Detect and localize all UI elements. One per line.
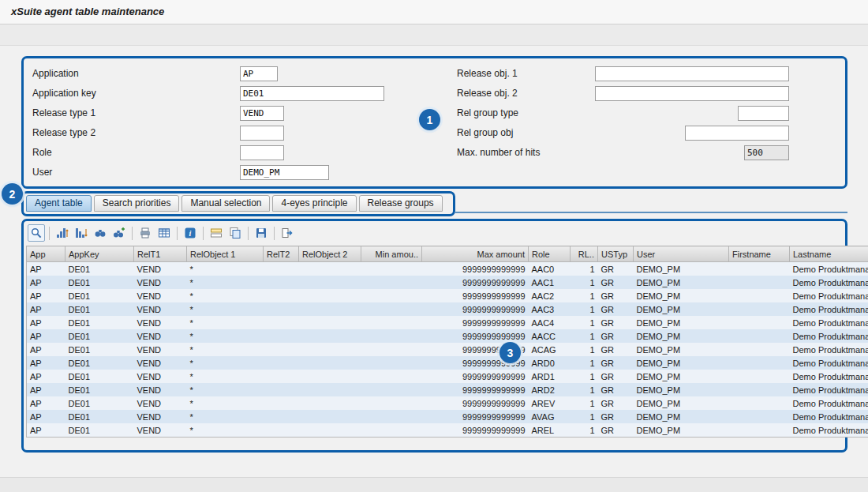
cell-app: AP <box>27 316 65 329</box>
column-header-lastname[interactable]: Lastname <box>790 246 868 262</box>
cell-ustyp: GR <box>598 316 634 329</box>
search-icon[interactable] <box>28 224 45 242</box>
tab-release-groups[interactable]: Release groups <box>359 195 443 212</box>
cell-relt1: VEND <box>134 262 187 276</box>
cell-app: AP <box>27 383 65 396</box>
sort-descending-icon[interactable] <box>73 224 90 242</box>
tab-panel: Agent tableSearch prioritiesManual selec… <box>21 191 455 216</box>
cell-user: DEMO_PM <box>634 396 729 410</box>
toolbar-separator <box>248 227 249 240</box>
cell-min-amou <box>361 356 422 370</box>
cell-user: DEMO_PM <box>634 276 729 289</box>
column-header-max-amount[interactable]: Max amount <box>422 246 529 262</box>
insert-row-icon[interactable] <box>208 224 225 242</box>
cell-relt1: VEND <box>134 329 187 343</box>
rel-group-obj-input[interactable] <box>685 126 789 141</box>
agent-table-panel: i AppAppKeyRelT1RelObject 1RelT2RelObjec… <box>21 219 847 453</box>
cell-user: DEMO_PM <box>634 302 729 316</box>
tab-manual-selection[interactable]: Manual selection <box>181 195 270 212</box>
cell-firstname <box>729 316 790 329</box>
release-obj-2-input[interactable] <box>595 86 789 101</box>
find-icon[interactable] <box>92 224 109 242</box>
rel-group-type-input[interactable] <box>738 106 789 121</box>
cell-rl: 1 <box>571 370 598 383</box>
cell-relobject-2 <box>299 302 361 316</box>
cell-appkey: DE01 <box>65 356 134 370</box>
cell-lastname: Demo Produktmanage.. <box>790 356 868 370</box>
cell-app: AP <box>27 356 65 370</box>
column-header-relobject-2[interactable]: RelObject 2 <box>299 246 361 262</box>
release-obj-1-input[interactable] <box>595 66 789 81</box>
cell-ustyp: GR <box>598 383 634 396</box>
cell-lastname: Demo Produktmanage.. <box>790 370 868 383</box>
column-header-rl[interactable]: RL.. <box>571 246 598 262</box>
column-header-ustyp[interactable]: USTyp <box>598 246 634 262</box>
cell-rl: 1 <box>571 383 598 396</box>
cell-max-amount: 9999999999999 <box>422 262 529 276</box>
table-row[interactable]: APDE01VEND*9999999999999AAC11GRDEMO_PMDe… <box>27 276 868 289</box>
cell-user: DEMO_PM <box>634 423 729 438</box>
cell-relt1: VEND <box>134 356 187 370</box>
find-next-icon[interactable] <box>110 224 128 242</box>
rel-group-type-label: Rel group type <box>457 107 599 118</box>
cell-role: AACC <box>529 329 571 343</box>
table-view-icon[interactable] <box>155 224 173 242</box>
toolbar-separator <box>49 227 50 240</box>
annotation-marker-3: 3 <box>499 342 521 363</box>
save-icon[interactable] <box>253 224 270 242</box>
cell-role: AAC0 <box>529 262 571 276</box>
table-row[interactable]: APDE01VEND*9999999999999AREV1GRDEMO_PMDe… <box>27 396 868 410</box>
cell-min-amou <box>361 329 422 343</box>
column-header-relt2[interactable]: RelT2 <box>264 246 299 262</box>
cell-lastname: Demo Produktmanage.. <box>790 383 868 396</box>
cell-lastname: Demo Produktmanage.. <box>790 289 868 302</box>
column-header-app[interactable]: App <box>27 246 65 262</box>
tab-search-priorities[interactable]: Search priorities <box>94 195 180 212</box>
column-header-firstname[interactable]: Firstname <box>729 246 790 262</box>
table-row[interactable]: APDE01VEND*9999999999999ARD11GRDEMO_PMDe… <box>27 370 868 383</box>
user-input[interactable] <box>240 165 329 180</box>
copy-rows-icon[interactable] <box>226 224 244 242</box>
cell-relobject-1: * <box>187 383 264 396</box>
table-row[interactable]: APDE01VEND*9999999999999AAC01GRDEMO_PMDe… <box>27 262 868 276</box>
table-row[interactable]: APDE01VEND*9999999999999ARD21GRDEMO_PMDe… <box>27 383 868 396</box>
export-icon[interactable] <box>279 224 296 242</box>
cell-app: AP <box>27 289 65 302</box>
table-row[interactable]: APDE01VEND*9999999999999ACAG1GRDEMO_PMDe… <box>27 343 868 356</box>
table-row[interactable]: APDE01VEND*9999999999999AAC31GRDEMO_PMDe… <box>27 302 868 316</box>
cell-appkey: DE01 <box>65 343 134 356</box>
cell-relobject-2 <box>299 276 361 289</box>
column-header-relt1[interactable]: RelT1 <box>134 246 187 262</box>
tab-4-eyes-principle[interactable]: 4-eyes principle <box>272 195 356 212</box>
print-icon[interactable] <box>137 224 154 242</box>
table-row[interactable]: APDE01VEND*9999999999999ARD01GRDEMO_PMDe… <box>27 356 868 370</box>
cell-max-amount: 9999999999999 <box>422 316 529 329</box>
cell-appkey: DE01 <box>65 370 134 383</box>
column-header-appkey[interactable]: AppKey <box>65 246 134 262</box>
cell-rl: 1 <box>571 289 598 302</box>
cell-ustyp: GR <box>598 262 634 276</box>
table-row[interactable]: APDE01VEND*9999999999999AAC21GRDEMO_PMDe… <box>27 289 868 302</box>
cell-appkey: DE01 <box>65 383 134 396</box>
info-icon[interactable]: i <box>181 224 199 242</box>
column-header-min-amou[interactable]: Min amou.. <box>361 246 422 262</box>
max-hits-input[interactable] <box>744 145 789 160</box>
cell-relt2 <box>264 343 299 356</box>
toolbar-separator <box>274 227 275 240</box>
cell-rl: 1 <box>571 276 598 289</box>
table-row[interactable]: APDE01VEND*9999999999999AVAG1GRDEMO_PMDe… <box>27 410 868 423</box>
table-row[interactable]: APDE01VEND*9999999999999AREL1GRDEMO_PMDe… <box>27 423 868 438</box>
tab-agent-table[interactable]: Agent table <box>26 195 92 212</box>
cell-max-amount: 9999999999999 <box>422 423 529 438</box>
cell-user: DEMO_PM <box>634 343 729 356</box>
table-row[interactable]: APDE01VEND*9999999999999AACC1GRDEMO_PMDe… <box>27 329 868 343</box>
column-header-relobject-1[interactable]: RelObject 1 <box>187 246 264 262</box>
column-header-role[interactable]: Role <box>529 246 571 262</box>
cell-ustyp: GR <box>598 276 634 289</box>
cell-relobject-2 <box>299 289 361 302</box>
column-header-user[interactable]: User <box>634 246 729 262</box>
cell-role: AREL <box>529 423 571 438</box>
cell-user: DEMO_PM <box>634 356 729 370</box>
table-row[interactable]: APDE01VEND*9999999999999AAC41GRDEMO_PMDe… <box>27 316 868 329</box>
sort-ascending-icon[interactable] <box>54 224 71 242</box>
